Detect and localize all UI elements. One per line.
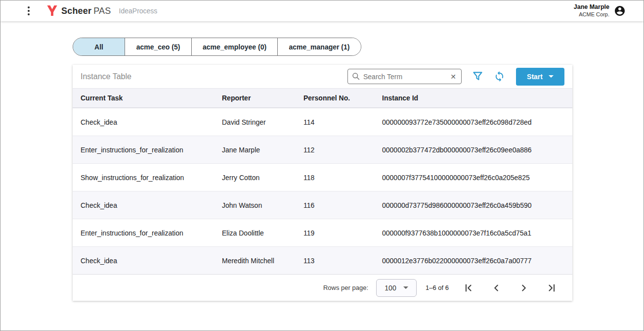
table-row[interactable]: Check_idea John Watson 116 000000d73775d… [73, 191, 572, 219]
cell-instance-id: 000000d73775d986000000073eff26c0a459b590 [382, 201, 572, 209]
cell-current-task: Check_idea [81, 118, 222, 126]
cell-reporter: Jerry Cotton [222, 174, 303, 182]
column-header-personnel-no: Personnel No. [303, 94, 382, 102]
table-row[interactable]: Enter_instructions_for_realization Jane … [73, 136, 572, 163]
table-title: Instance Table [81, 72, 131, 81]
start-button-label: Start [527, 73, 543, 81]
cell-current-task: Show_instructions_for_realization [81, 174, 222, 182]
app-name: IdeaProcess [119, 7, 158, 15]
last-page-icon[interactable] [546, 282, 558, 294]
cell-current-task: Enter_instructions_for_realization [81, 146, 222, 154]
tab-acme-manager[interactable]: acme_manager (1) [277, 38, 361, 55]
cell-personnel-no: 119 [303, 229, 382, 237]
cell-instance-id: 0000002b377472db000000073eff26c09ee0a886 [382, 146, 572, 154]
first-page-icon[interactable] [463, 282, 474, 294]
cell-reporter: David Stringer [222, 118, 303, 126]
top-bar: ScheerPAS IdeaProcess Jane Marple ACME C… [0, 0, 644, 21]
tab-all[interactable]: All [73, 38, 125, 55]
instance-table-card: Instance Table ✕ Start [73, 65, 572, 301]
table-toolbar: Instance Table ✕ Start [73, 65, 572, 88]
refresh-icon[interactable] [494, 71, 505, 82]
table-row[interactable]: Check_idea David Stringer 114 0000000937… [73, 108, 572, 136]
cell-personnel-no: 114 [303, 118, 382, 126]
cell-instance-id: 000000f9377638b1000000073e7f16c0a5cd75a1 [382, 229, 572, 237]
clear-icon[interactable]: ✕ [449, 73, 457, 80]
cell-current-task: Check_idea [81, 257, 222, 265]
cell-personnel-no: 118 [303, 174, 382, 182]
brand-name-bold: Scheer [61, 6, 91, 16]
brand-name-regular: PAS [93, 6, 111, 16]
cell-current-task: Enter_instructions_for_realization [81, 229, 222, 237]
search-box: ✕ [347, 69, 462, 84]
cell-instance-id: 000000093772e735000000073eff26c098d728ed [382, 118, 572, 126]
scheer-logo-icon [47, 5, 57, 16]
cell-instance-id: 0000012e3776b022000000073eff26c0a7a00777 [382, 257, 572, 265]
table-footer: Rows per page: 100 1–6 of 6 [73, 274, 572, 301]
tab-all-label: All [94, 43, 103, 51]
cell-personnel-no: 116 [303, 201, 382, 209]
account-circle-icon[interactable] [614, 5, 626, 17]
column-header-instance-id: Instance Id [382, 94, 572, 102]
page-range-label: 1–6 of 6 [426, 284, 449, 291]
search-input[interactable] [363, 73, 449, 81]
cell-reporter: Eliza Doolittle [222, 229, 303, 237]
table-row[interactable]: Enter_instructions_for_realization Eliza… [73, 219, 572, 246]
cell-instance-id: 0000007f37754100000000073eff26c0a205e825 [382, 174, 572, 182]
pagination-controls [463, 282, 558, 294]
tab-acme-employee[interactable]: acme_employee (0) [191, 38, 277, 55]
tab-acme-ceo-label: acme_ceo (5) [136, 43, 180, 51]
rows-per-page-label: Rows per page: [323, 284, 368, 291]
cell-personnel-no: 113 [303, 257, 382, 265]
tab-acme-employee-label: acme_employee (0) [203, 43, 266, 51]
user-block: Jane Marple ACME Corp. [574, 3, 626, 18]
table-row[interactable]: Check_idea Meredith Mitchell 113 0000012… [73, 246, 572, 274]
tab-acme-ceo[interactable]: acme_ceo (5) [125, 38, 191, 55]
cell-current-task: Check_idea [81, 201, 222, 209]
column-header-current-task: Current Task [81, 94, 222, 102]
previous-page-icon[interactable] [490, 282, 502, 294]
cell-personnel-no: 112 [303, 146, 382, 154]
filter-icon[interactable] [472, 71, 483, 82]
dropdown-caret-icon [549, 75, 554, 78]
column-header-reporter: Reporter [222, 94, 303, 102]
brand-logo: ScheerPAS [47, 5, 111, 16]
select-caret-icon [403, 286, 408, 289]
app-window: ScheerPAS IdeaProcess Jane Marple ACME C… [0, 0, 644, 331]
search-icon [352, 72, 360, 81]
user-organization: ACME Corp. [574, 11, 609, 18]
cell-reporter: Jane Marple [222, 146, 303, 154]
next-page-icon[interactable] [518, 282, 530, 294]
user-text: Jane Marple ACME Corp. [574, 3, 609, 18]
rows-per-page-select[interactable]: 100 [376, 279, 417, 297]
cell-reporter: Meredith Mitchell [222, 257, 303, 265]
kebab-menu-icon[interactable] [22, 4, 35, 17]
table-row[interactable]: Show_instructions_for_realization Jerry … [73, 163, 572, 191]
start-button[interactable]: Start [516, 68, 564, 86]
role-tab-bar: All acme_ceo (5) acme_employee (0) acme_… [73, 38, 361, 56]
tab-acme-manager-label: acme_manager (1) [289, 43, 350, 51]
cell-reporter: John Watson [222, 201, 303, 209]
user-name: Jane Marple [574, 3, 609, 11]
table-header-row: Current Task Reporter Personnel No. Inst… [73, 88, 572, 108]
rows-per-page-value: 100 [385, 284, 396, 292]
brand-text: ScheerPAS [61, 6, 111, 16]
